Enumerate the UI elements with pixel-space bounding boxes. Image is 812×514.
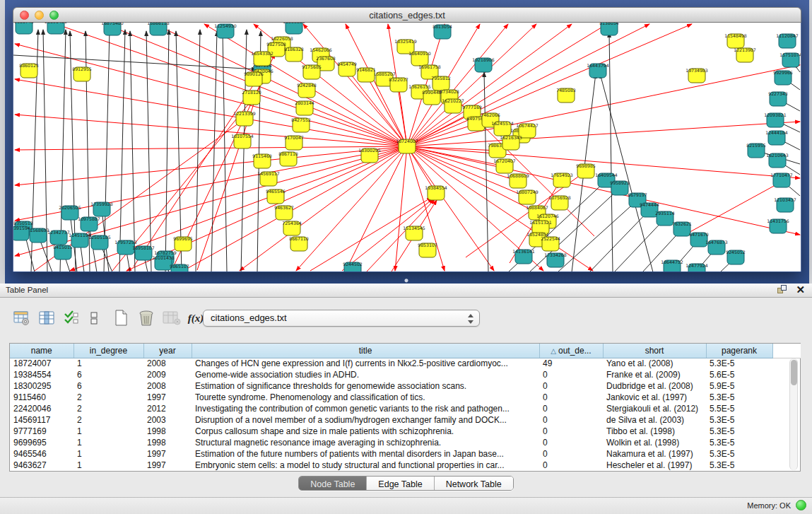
network-node[interactable]: 9170047 [284, 135, 304, 150]
table-header-row[interactable]: namein_degreeyeartitle△out_de...shortpag… [10, 344, 801, 358]
network-node[interactable]: 7254364 [282, 221, 302, 235]
table-row[interactable]: 946362711997Embryonic stem cells: a mode… [10, 460, 801, 471]
network-node[interactable]: 16033809 [283, 23, 305, 34]
network-edge[interactable] [296, 146, 407, 271]
network-node[interactable]: 2522544 [541, 236, 560, 251]
network-edge[interactable] [407, 24, 572, 146]
network-node[interactable]: 16476873 [705, 240, 728, 255]
network-edge[interactable] [119, 30, 125, 271]
network-node[interactable]: 8912955 [72, 66, 92, 81]
network-node[interactable]: 12477924 [686, 263, 708, 271]
network-edge[interactable] [130, 31, 135, 271]
network-edge[interactable] [407, 146, 800, 235]
network-node[interactable]: 8813054 [433, 24, 452, 39]
network-node[interactable]: 16958107 [132, 245, 155, 260]
network-node[interactable]: 9227343 [768, 91, 788, 106]
network-edge[interactable] [197, 79, 262, 270]
network-node[interactable]: 18300295 [358, 148, 381, 163]
network-node[interactable]: 8867110 [278, 151, 298, 166]
table-row[interactable]: 1456911722003Disruption of a novel membe… [10, 414, 801, 426]
network-node[interactable]: 8454749 [337, 62, 357, 76]
tab-network-table[interactable]: Network Table [435, 477, 513, 490]
network-node[interactable]: 16720407 [493, 158, 516, 173]
table-scrollbar-thumb[interactable] [791, 360, 797, 385]
network-node[interactable]: 11548498 [724, 33, 747, 48]
column-header-name[interactable]: name [10, 344, 73, 358]
network-node[interactable]: 10975887 [78, 216, 100, 231]
network-node[interactable]: 8186328 [284, 47, 304, 62]
network-node[interactable]: 7955812 [431, 76, 451, 90]
network-node[interactable]: 16216343 [500, 135, 522, 150]
network-node[interactable]: 8990448 [422, 90, 442, 105]
network-node[interactable]: 9146821 [356, 67, 376, 82]
network-window[interactable]: citations_edges.txt 18724007905574120691… [13, 7, 801, 272]
network-node[interactable]: 17334268 [544, 252, 567, 267]
network-node[interactable]: 8860123 [19, 63, 39, 78]
network-node[interactable]: 16210643 [766, 153, 789, 168]
column-header-in_degree[interactable]: in_degree [73, 344, 143, 358]
network-edge[interactable] [15, 115, 407, 146]
network-node[interactable]: 16543382 [251, 51, 273, 66]
network-node[interactable]: 17359928 [90, 201, 113, 216]
network-node[interactable]: 9890126 [244, 71, 264, 86]
network-node[interactable]: 18640910 [408, 51, 431, 66]
network-edge[interactable] [15, 44, 407, 146]
column-header-short[interactable]: short [603, 344, 706, 358]
network-node[interactable]: 17654923 [551, 173, 573, 187]
network-node[interactable]: 18807249 [516, 189, 539, 204]
network-edge[interactable] [609, 33, 613, 271]
network-node[interactable]: 19734983 [686, 68, 708, 83]
network-node[interactable]: 2718120 [242, 90, 261, 105]
memory-indicator-icon[interactable] [796, 500, 806, 510]
network-node[interactable]: 8415015 [53, 245, 73, 259]
network-node[interactable]: 10756928 [548, 195, 571, 210]
table-row[interactable]: 2242004622012Investigating the contribut… [10, 403, 801, 414]
network-node[interactable]: 20691406 [45, 23, 67, 34]
network-node[interactable]: 15751074 [779, 52, 801, 67]
network-node[interactable]: 9391594 [13, 226, 30, 240]
network-node[interactable]: 9699695 [173, 236, 193, 251]
table-row[interactable]: 1872400712008Changes of HCN gene express… [10, 358, 801, 369]
network-node[interactable]: 16443794 [587, 63, 609, 78]
table-row[interactable]: 977716911998Corpus callosum shape and si… [10, 426, 801, 437]
network-edge[interactable] [13, 55, 257, 69]
column-header-title[interactable]: title [192, 344, 539, 358]
network-node[interactable]: 15134545 [403, 226, 425, 240]
network-node[interactable]: 8138054 [599, 23, 619, 35]
network-node[interactable]: 9465546 [266, 189, 286, 204]
network-window-titlebar[interactable]: citations_edges.txt [13, 7, 801, 23]
float-panel-icon[interactable] [777, 285, 787, 295]
network-node[interactable]: 9865107 [170, 264, 189, 271]
network-node[interactable]: 16210227 [442, 98, 464, 113]
network-edge[interactable] [146, 31, 151, 271]
network-node[interactable]: 8667110 [289, 236, 309, 251]
network-node[interactable]: 8427552 [291, 117, 311, 132]
network-node[interactable]: 9853107 [418, 243, 437, 257]
select-rows-button[interactable] [61, 308, 82, 329]
network-edge[interactable] [395, 146, 407, 271]
network-node[interactable]: 14569117 [257, 171, 280, 186]
network-node[interactable]: 9244502 [343, 262, 363, 271]
network-node[interactable]: 11568693 [27, 228, 49, 243]
network-node[interactable]: 12093821 [764, 112, 787, 127]
network-edge[interactable] [589, 210, 649, 271]
network-node[interactable]: 9929966 [773, 70, 793, 85]
network-node[interactable]: 9115460 [252, 153, 272, 168]
network-node[interactable]: 16875400 [101, 23, 124, 35]
network-node[interactable]: 14136141 [512, 249, 535, 264]
network-node[interactable]: 9463627 [274, 205, 294, 220]
network-node[interactable]: 12103437 [774, 197, 796, 212]
table-row[interactable]: 969969511998Structural magnetic resonanc… [10, 437, 801, 448]
network-node[interactable]: 9242848 [297, 83, 317, 98]
network-node[interactable]: 7485083 [556, 88, 576, 103]
tab-node-table[interactable]: Node Table [299, 477, 367, 490]
network-node[interactable]: 12213987 [734, 47, 756, 62]
network-node[interactable]: 12505185 [88, 235, 111, 250]
delete-table-button[interactable] [136, 308, 157, 329]
close-panel-icon[interactable]: ✕ [796, 285, 805, 295]
table-scrollbar[interactable] [789, 358, 798, 470]
network-node[interactable]: 9698985 [576, 163, 596, 178]
network-edge[interactable] [558, 200, 637, 271]
network-node[interactable]: 10688609 [507, 173, 529, 188]
network-node[interactable]: 9245052 [726, 250, 746, 264]
